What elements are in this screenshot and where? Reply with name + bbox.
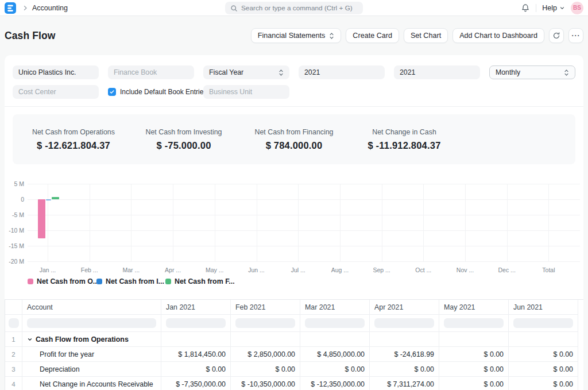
account-label: Profit for the year xyxy=(27,350,94,358)
column-header[interactable]: Account xyxy=(22,300,161,315)
notifications-bell-icon[interactable] xyxy=(521,3,530,13)
finance-book-filter[interactable]: Finance Book xyxy=(108,65,194,79)
account-label: Depreciation xyxy=(27,365,80,373)
column-header[interactable]: Feb 2021 xyxy=(231,300,300,315)
column-header[interactable]: Jun 2021 xyxy=(509,300,578,315)
end-year-filter[interactable]: 2021 xyxy=(394,65,480,79)
legend-label: Net Cash from O... xyxy=(37,277,96,285)
set-chart-button[interactable]: Set Chart xyxy=(404,28,448,43)
global-search[interactable] xyxy=(225,2,363,14)
collapse-row-icon[interactable] xyxy=(27,337,33,342)
value-cell[interactable]: $ 0.00 xyxy=(509,377,578,390)
value-cell[interactable]: $ 0.00 xyxy=(509,362,578,377)
value-cell[interactable] xyxy=(509,332,578,347)
period-basis-select[interactable]: Fiscal Year xyxy=(203,65,289,79)
refresh-button[interactable] xyxy=(549,28,564,43)
legend-item[interactable]: Net Cash from I... xyxy=(96,277,165,285)
column-filter-input[interactable] xyxy=(9,318,19,328)
column-header[interactable]: Apr 2021 xyxy=(370,300,439,315)
value-cell[interactable]: $ 0.00 xyxy=(231,362,300,377)
column-header[interactable]: May 2021 xyxy=(439,300,509,315)
value-cell[interactable]: $ 2,850,000.00 xyxy=(231,347,300,362)
report-type-label: Financial Statements xyxy=(258,32,326,40)
breadcrumb-app-label[interactable]: Accounting xyxy=(32,4,68,12)
column-filter-input[interactable] xyxy=(235,318,295,328)
value-cell[interactable] xyxy=(370,332,439,347)
search-icon xyxy=(230,5,238,12)
periodicity-label: Monthly xyxy=(496,68,520,76)
value-cell[interactable]: $ -10,350,000.00 xyxy=(231,377,300,390)
gridline-vertical xyxy=(48,184,48,261)
navbar: Accounting Help BS xyxy=(0,0,588,16)
value-cell[interactable]: $ 0.00 xyxy=(439,377,509,390)
account-group: Cash Flow from Operations xyxy=(27,335,129,343)
gridline-vertical xyxy=(340,184,341,261)
column-filter-input[interactable] xyxy=(444,318,504,328)
column-filter-input[interactable] xyxy=(513,318,573,328)
company-filter[interactable]: Unico Plastics Inc. xyxy=(13,65,99,79)
column-filter-input[interactable] xyxy=(374,318,434,328)
account-cell[interactable]: Profit for the year xyxy=(22,347,161,362)
value-cell[interactable] xyxy=(231,332,300,347)
legend-swatch xyxy=(165,279,171,284)
legend-swatch xyxy=(96,279,102,284)
chart-bar-series-0[interactable] xyxy=(38,199,45,238)
gridline-vertical xyxy=(548,184,549,261)
help-menu[interactable]: Help xyxy=(542,4,565,12)
value-cell[interactable] xyxy=(300,332,370,347)
value-cell[interactable]: $ 0.00 xyxy=(300,362,370,377)
value-cell[interactable]: $ -12,350,000.00 xyxy=(300,377,370,390)
column-filter-input[interactable] xyxy=(27,318,156,328)
create-card-button[interactable]: Create Card xyxy=(346,28,399,43)
add-chart-to-dashboard-button[interactable]: Add Chart to Dashboard xyxy=(452,28,544,43)
value-cell[interactable]: $ -24,618.99 xyxy=(370,347,439,362)
value-cell[interactable]: $ 0.00 xyxy=(439,347,509,362)
value-cell[interactable] xyxy=(439,332,509,347)
start-year-filter[interactable]: 2021 xyxy=(299,65,385,79)
value-cell[interactable] xyxy=(161,332,231,347)
cost-center-filter[interactable]: Cost Center xyxy=(13,85,99,99)
filter-cell xyxy=(300,315,370,332)
row-number-header[interactable] xyxy=(5,300,22,315)
table-row: 2Profit for the year$ 1,814,450.00$ 2,85… xyxy=(5,347,583,362)
cash-flow-chart: Net Cash from O...Net Cash from I...Net … xyxy=(5,172,583,289)
user-avatar[interactable]: BS xyxy=(571,2,583,14)
x-axis-tick: Apr ... xyxy=(156,267,190,273)
app-logo-icon[interactable] xyxy=(5,2,16,14)
business-unit-filter[interactable]: Business Unit xyxy=(203,85,289,99)
column-filter-input[interactable] xyxy=(305,318,365,328)
column-filter-input[interactable] xyxy=(166,318,226,328)
account-cell[interactable]: Depreciation xyxy=(22,362,161,377)
value-cell[interactable]: $ 1,814,450.00 xyxy=(161,347,231,362)
value-cell[interactable]: $ 0.00 xyxy=(161,362,231,377)
account-cell[interactable]: Cash Flow from Operations xyxy=(22,332,161,347)
chart-bar-series-1[interactable] xyxy=(46,199,51,200)
x-axis-tick: May ... xyxy=(198,267,232,273)
gridline-vertical xyxy=(90,184,90,261)
report-type-select[interactable]: Financial Statements xyxy=(251,28,342,43)
legend-item[interactable]: Net Cash from F... xyxy=(165,277,234,285)
include-default-book-entries-checkbox[interactable] xyxy=(108,88,116,96)
value-cell[interactable]: $ 4,850,000.00 xyxy=(300,347,370,362)
value-cell[interactable]: $ -7,350,000.00 xyxy=(161,377,231,390)
periodicity-select[interactable]: Monthly xyxy=(489,65,575,79)
x-axis-tick: Jan ... xyxy=(30,267,65,273)
value-cell[interactable]: $ 0.00 xyxy=(439,362,509,377)
table-row: 3Depreciation$ 0.00$ 0.00$ 0.00$ 0.00$ 0… xyxy=(5,362,583,377)
legend-item[interactable]: Net Cash from O... xyxy=(28,277,96,285)
account-cell[interactable]: Net Change in Accounts Receivable xyxy=(22,377,161,390)
more-options-button[interactable]: ··· xyxy=(568,28,583,43)
value-cell[interactable]: $ 0.00 xyxy=(509,347,578,362)
y-axis-tick: 0 xyxy=(5,196,24,203)
select-updown-icon xyxy=(278,69,284,76)
column-header[interactable]: Mar 2021 xyxy=(300,300,370,315)
checkbox-label: Include Default Book Entries xyxy=(120,88,207,96)
search-input[interactable] xyxy=(241,4,358,12)
value-cell[interactable]: $ 7,311,274.00 xyxy=(370,377,439,390)
value-cell[interactable]: $ 0.00 xyxy=(370,362,439,377)
legend-label: Net Cash from F... xyxy=(175,277,234,285)
column-header[interactable]: Jan 2021 xyxy=(161,300,231,315)
chart-bar-series-2[interactable] xyxy=(52,197,59,199)
account-label: Cash Flow from Operations xyxy=(36,335,129,343)
gridline-horizontal xyxy=(28,184,580,184)
